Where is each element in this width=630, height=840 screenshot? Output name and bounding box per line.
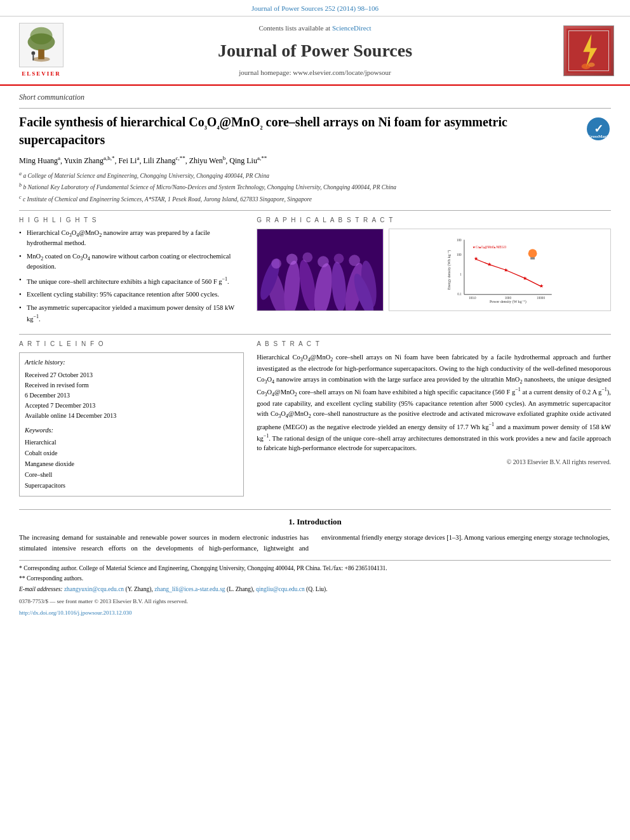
graphical-abstract-content: Energy density (Wh kg⁻¹) Power density (… [257,229,611,311]
journal-title: Journal of Power Sources [76,38,554,63]
svg-point-26 [286,254,298,265]
article-info-section: A R T I C L E I N F O Article history: R… [19,340,244,497]
email-link-3[interactable]: qingliu@cqu.edu.cn [256,586,305,592]
keyword-2: Cobalt oxide [25,448,238,458]
history-label: Article history: [25,358,238,368]
title-divider [19,108,611,109]
svg-point-30 [349,255,360,267]
svg-text:★: ★ [474,257,478,262]
ragone-chart: Energy density (Wh kg⁻¹) Power density (… [389,229,611,311]
footnote-corresponding-1: * Corresponding author. College of Mater… [19,564,611,573]
homepage-url: journal homepage: www.elsevier.com/locat… [76,68,554,77]
crossmark-logo: ✓ CrossMark [586,116,611,142]
keywords-section: Keywords: Hierarchical Cobalt oxide Mang… [25,426,238,491]
sciencedirect-link[interactable]: ScienceDirect [332,24,372,32]
affiliation-c: c c Institute of Chemical and Engineerin… [19,194,611,204]
keywords-label: Keywords: [25,426,238,436]
svg-point-4 [32,57,50,62]
svg-text:1: 1 [460,272,462,276]
introduction-text: The increasing demand for sustainable an… [19,533,611,554]
accepted-date: Accepted 7 December 2013 [25,401,238,411]
highlights-list: Hierarchical Co3O4@MnO2 nanowire array w… [19,229,244,324]
doi-link[interactable]: http://dx.doi.org/10.1016/j.jpowsour.201… [19,609,611,617]
svg-point-29 [334,254,344,264]
highlights-label: H I G H L I G H T S [19,216,244,225]
affiliation-a: a a College of Material Science and Engi… [19,170,611,180]
svg-text:★: ★ [487,262,492,267]
keyword-4: Core–shell [25,469,238,480]
highlight-1: Hierarchical Co3O4@MnO2 nanowire array w… [19,229,244,248]
svg-text:1000: 1000 [505,296,512,300]
graphical-abstract-label: G R A P H I C A L A B S T R A C T [257,216,611,225]
elsevier-logo-image [19,23,64,67]
highlight-2: MnO2 coated on Co3O4 nanowire without ca… [19,252,244,272]
svg-text:Energy density (Wh kg⁻¹): Energy density (Wh kg⁻¹) [448,250,452,290]
highlights-graphical-row: H I G H L I G H T S Hierarchical Co3O4@M… [19,216,611,328]
graphical-abstract-section: G R A P H I C A L A B S T R A C T [257,216,611,328]
authors-line: Ming Huanga, Yuxin Zhanga,b,*, Fei Lia, … [19,154,611,166]
svg-point-27 [303,253,313,263]
journal-header-center: Contents lists available at ScienceDirec… [76,23,554,78]
sciencedirect-line: Contents lists available at ScienceDirec… [76,23,554,33]
svg-text:100: 100 [457,238,462,242]
svg-text:100.0: 100.0 [469,296,476,300]
keyword-5: Supercapacitors [25,480,238,491]
svg-text:100: 100 [457,253,462,257]
doi-url[interactable]: http://dx.doi.org/10.1016/j.jpowsour.201… [19,610,132,616]
sem-image [257,229,384,311]
issn-line: 0378-7753/$ — see front matter © 2013 El… [19,597,611,606]
footnotes-section: * Corresponding author. College of Mater… [19,560,611,617]
elsevier-wordmark: ELSEVIER [22,70,61,78]
introduction-title: 1. Introduction [19,516,611,528]
article-info-label: A R T I C L E I N F O [19,340,244,349]
svg-text:0.1: 0.1 [457,293,462,297]
journal-logo-image [563,25,614,76]
elsevier-logo: ELSEVIER [13,23,70,78]
keyword-3: Manganese dioxide [25,458,238,469]
svg-point-2 [28,34,55,51]
article-dates: Received 27 October 2013 Received in rev… [25,370,238,421]
svg-text:CrossMark: CrossMark [587,133,609,138]
svg-point-48 [528,249,537,258]
affiliation-b: b b National Key Laboratory of Fundament… [19,182,611,192]
affiliations: a a College of Material Science and Engi… [19,170,611,204]
article-title-text: Facile synthesis of hierarchical Co3O4@M… [19,114,579,148]
footnote-emails: E-mail addresses: zhangyuxin@cqu.edu.cn … [19,585,611,594]
svg-text:★: ★ [504,267,508,273]
journal-ref-text: Journal of Power Sources 252 (2014) 98–1… [251,4,379,12]
abstract-section: A B S T R A C T Hierarchical Co3O4@MnO2 … [257,340,611,497]
keywords-list: Hierarchical Cobalt oxide Manganese diox… [25,437,238,491]
section-divider-1 [19,210,611,211]
journal-header: ELSEVIER Contents lists available at Sci… [0,17,630,86]
journal-reference: Journal of Power Sources 252 (2014) 98–1… [0,0,630,17]
highlights-section: H I G H L I G H T S Hierarchical Co3O4@M… [19,216,244,328]
article-type: Short communication [19,92,611,103]
copyright-line: © 2013 Elsevier B.V. All rights reserved… [257,458,611,467]
abstract-text: Hierarchical Co3O4@MnO2 core–shell array… [257,352,611,454]
highlight-3: The unique core–shell architecture exhib… [19,276,244,286]
article-title-block: Facile synthesis of hierarchical Co3O4@M… [19,114,611,148]
revised-date: Received in revised form6 December 2013 [25,380,238,401]
svg-text:10000: 10000 [537,296,545,300]
footnote-corresponding-2: ** Corresponding authors. [19,575,611,583]
article-section: Short communication Facile synthesis of … [0,86,630,509]
email-link-1[interactable]: zhangyuxin@cqu.edu.cn [64,586,124,592]
email-link-2[interactable]: zhang_lili@ices.a-star.edu.sg [154,586,225,592]
section-divider-2 [19,334,611,335]
highlight-4: Excellent cycling stability: 95% capacit… [19,290,244,300]
svg-point-28 [318,257,329,268]
svg-rect-49 [530,257,535,259]
svg-text:★: ★ [523,276,527,281]
article-info-abstract-row: A R T I C L E I N F O Article history: R… [19,340,611,497]
svg-point-11 [588,62,595,67]
svg-point-25 [271,258,281,269]
article-info-box: Article history: Received 27 October 201… [19,352,244,497]
introduction-section: 1. Introduction The increasing demand fo… [0,510,630,554]
svg-point-5 [31,51,35,55]
abstract-label: A B S T R A C T [257,340,611,349]
available-date: Available online 14 December 2013 [25,411,238,421]
svg-text:★ Co₃O₄@MnO₂/MEGO: ★ Co₃O₄@MnO₂/MEGO [473,245,507,249]
journal-logo [560,23,617,78]
svg-text:Power density (W kg⁻¹): Power density (W kg⁻¹) [490,300,526,304]
svg-text:★: ★ [539,284,544,290]
